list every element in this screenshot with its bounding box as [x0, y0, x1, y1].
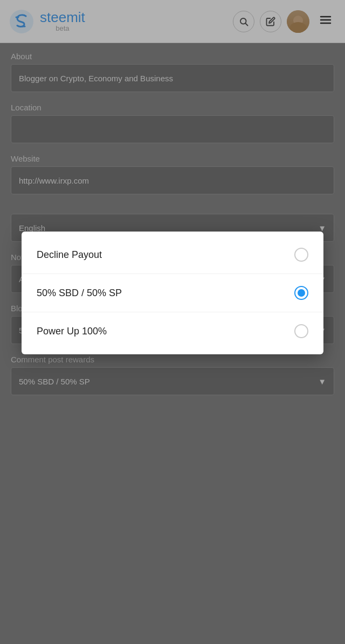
decline-payout-radio[interactable] — [294, 248, 308, 262]
power-up-label: Power Up 100% — [37, 326, 107, 337]
decline-payout-option[interactable]: Decline Payout — [22, 236, 323, 274]
rewards-modal: Decline Payout 50% SBD / 50% SP Power Up… — [22, 232, 323, 354]
power-up-radio[interactable] — [294, 324, 308, 338]
sbd-sp-label: 50% SBD / 50% SP — [37, 288, 122, 299]
decline-payout-label: Decline Payout — [37, 249, 102, 261]
power-up-option[interactable]: Power Up 100% — [22, 312, 323, 350]
sbd-sp-radio[interactable] — [294, 286, 308, 300]
sbd-sp-option[interactable]: 50% SBD / 50% SP — [22, 274, 323, 312]
